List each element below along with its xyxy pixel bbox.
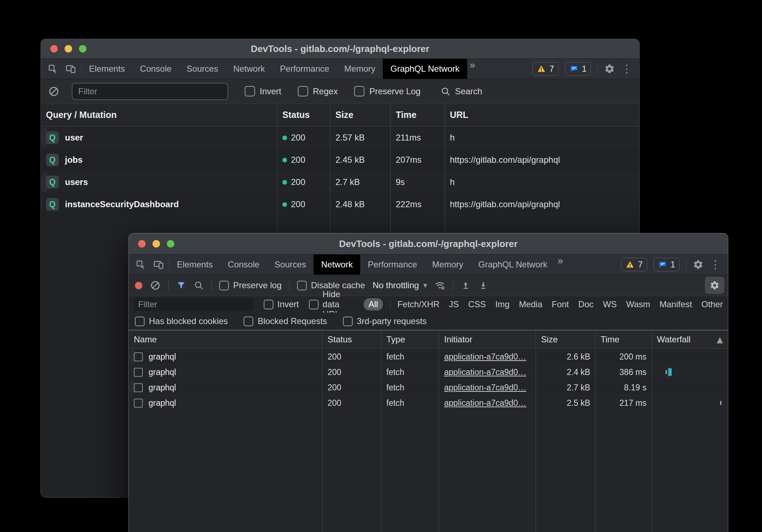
tab-sources[interactable]: Sources [267,255,314,275]
column-header-status[interactable]: Status [322,331,381,348]
tab-performance[interactable]: Performance [272,59,337,79]
settings-gear-icon[interactable] [693,259,704,270]
warnings-badge[interactable]: 7 [532,62,558,76]
more-tabs-icon[interactable]: » [467,59,478,79]
tab-elements[interactable]: Elements [81,59,132,79]
tab-memory[interactable]: Memory [425,255,471,275]
clear-network-log-icon[interactable] [150,280,161,291]
tab-console[interactable]: Console [132,59,179,79]
checkbox[interactable] [309,300,319,309]
request-row[interactable]: graphql200fetchapplication-a7ca9d0…2.7 k… [129,380,136,395]
query-row[interactable]: QinstanceSecurityDashboard2002.48 kB222m… [41,193,639,215]
inspect-element-icon[interactable] [135,259,146,270]
request-row[interactable]: graphql200fetchapplication-a7ca9d0…2.6 k… [129,349,136,364]
tab-console[interactable]: Console [220,255,267,275]
row-checkbox[interactable] [134,352,143,361]
settings-gear-icon[interactable] [604,63,615,74]
more-tabs-icon[interactable]: » [555,255,566,275]
preserve-log-checkbox[interactable]: Preserve Log [354,86,420,96]
row-checkbox[interactable] [134,368,143,377]
checkbox[interactable] [264,300,273,309]
regex-checkbox[interactable]: Regex [298,86,338,96]
row-checkbox[interactable] [134,383,143,392]
filter-type-fetch-xhr[interactable]: Fetch/XHR [398,299,439,309]
minimize-button[interactable] [152,240,160,248]
filter-type-ws[interactable]: WS [603,299,617,309]
checkbox[interactable] [219,281,229,290]
initiator-link[interactable]: application-a7ca9d0… [444,367,526,377]
tab-sources[interactable]: Sources [179,59,226,79]
filter-type-font[interactable]: Font [552,299,569,309]
network-conditions-icon[interactable] [434,280,445,291]
inspect-element-icon[interactable] [47,63,58,74]
filter-type-js[interactable]: JS [449,299,459,309]
column-header-waterfall[interactable]: Waterfall▲ [652,331,728,348]
column-header-time[interactable]: Time [390,104,445,126]
record-network-log-icon[interactable] [135,282,142,289]
checkbox[interactable] [245,86,255,96]
network-filter-input[interactable] [134,298,254,311]
checkbox[interactable] [135,317,145,326]
filter-type-doc[interactable]: Doc [578,299,594,309]
tab-graphql-network[interactable]: GraphQL Network [383,59,467,79]
column-header-size[interactable]: Size [536,331,595,348]
column-header-status[interactable]: Status [277,104,330,126]
filter-type-wasm[interactable]: Wasm [626,299,650,309]
preserve-log-checkbox[interactable]: Preserve log [219,280,282,290]
column-header-size[interactable]: Size [330,104,390,126]
blocked-requests-checkbox[interactable]: Blocked Requests [244,316,327,326]
column-header-initiator[interactable]: Initiator [439,331,536,348]
column-header-url[interactable]: URL [445,104,639,126]
tab-network[interactable]: Network [226,59,272,79]
filter-type-other[interactable]: Other [701,299,723,309]
search-toggle[interactable]: Search [441,86,482,96]
filter-type-all[interactable]: All [364,298,383,310]
initiator-link[interactable]: application-a7ca9d0… [444,383,526,393]
request-row[interactable]: graphql200fetchapplication-a7ca9d0…2.4 k… [129,364,728,380]
tab-graphql-network[interactable]: GraphQL Network [471,255,555,275]
invert-checkbox[interactable]: Invert [245,86,281,96]
column-header-type[interactable]: Type [381,331,439,348]
issues-badge[interactable]: 1 [565,62,591,76]
third-party-requests-checkbox[interactable]: 3rd-party requests [343,316,427,326]
device-toolbar-icon[interactable] [153,259,164,270]
zoom-button[interactable] [167,240,174,248]
tab-memory[interactable]: Memory [337,59,383,79]
checkbox[interactable] [297,281,307,290]
column-header-query-mutation[interactable]: Query / Mutation [41,104,277,126]
tab-network[interactable]: Network [314,255,360,275]
front-titlebar[interactable]: DevTools - gitlab.com/-/graphql-explorer [129,233,728,255]
minimize-button[interactable] [65,45,72,53]
checkbox[interactable] [298,86,308,96]
filter-type-media[interactable]: Media [519,299,542,309]
filter-type-css[interactable]: CSS [468,299,486,309]
device-toolbar-icon[interactable] [65,63,76,74]
warnings-badge[interactable]: 7 [621,258,647,271]
kebab-menu-icon[interactable]: ⋮ [710,259,721,270]
checkbox[interactable] [244,317,253,326]
network-settings-gear-icon[interactable] [705,277,724,294]
initiator-link[interactable]: application-a7ca9d0… [444,398,526,408]
tab-elements[interactable]: Elements [169,255,220,275]
checkbox[interactable] [354,86,364,96]
graphql-filter-input[interactable] [72,83,228,100]
close-button[interactable] [138,240,146,248]
query-row[interactable]: Qusers2002.7 kB9shttps://gitlab.com/api/… [41,171,48,193]
clear-icon[interactable] [48,86,60,97]
checkbox[interactable] [343,317,353,326]
column-header-time[interactable]: Time [595,331,652,348]
invert-checkbox[interactable]: Invert [264,299,299,309]
import-har-icon[interactable] [461,280,471,290]
query-row[interactable]: Qjobs2002.45 kB207mshttps://gitlab.com/a… [41,149,639,171]
row-checkbox[interactable] [134,399,143,408]
filter-type-manifest[interactable]: Manifest [659,299,692,309]
zoom-button[interactable] [79,45,86,53]
query-row[interactable]: Quser2002.57 kB211mshttps://gitlab.com/a… [41,127,48,149]
search-icon[interactable] [194,280,204,290]
tab-performance[interactable]: Performance [360,255,424,275]
issues-badge[interactable]: 1 [654,258,679,271]
export-har-icon[interactable] [478,280,488,290]
disable-cache-checkbox[interactable]: Disable cache [297,280,365,290]
kebab-menu-icon[interactable]: ⋮ [621,63,632,74]
back-titlebar[interactable]: DevTools - gitlab.com/-/graphql-explorer [41,39,639,59]
